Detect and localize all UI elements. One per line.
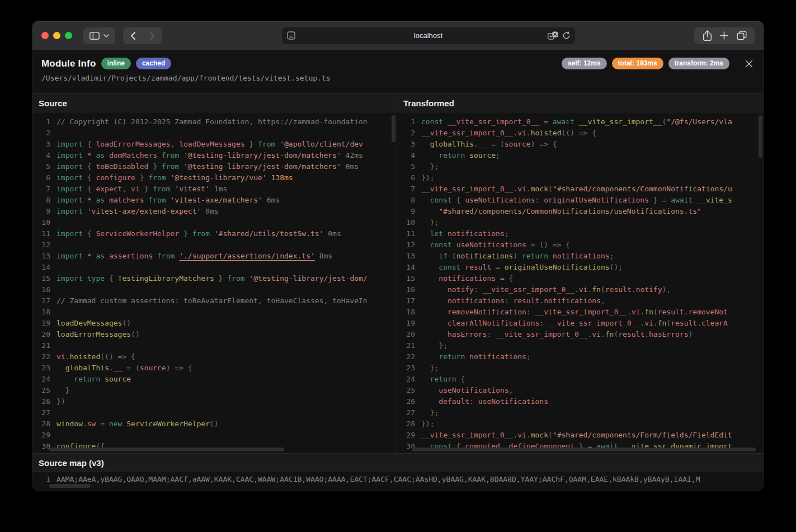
code-token (421, 251, 439, 262)
code-token: __vite_ssr_import_0__ (496, 329, 587, 340)
code-token: . (684, 307, 689, 318)
line-number: 7 (402, 183, 415, 195)
code-token (693, 195, 697, 206)
sidebar-toggle-button[interactable] (83, 27, 115, 44)
code-token (421, 228, 430, 239)
code-token: return (74, 374, 100, 385)
code-token: : (469, 396, 478, 407)
address-bar[interactable]: localhost (282, 27, 575, 44)
code-token: . (526, 430, 531, 441)
line-number: 25 (37, 385, 50, 396)
close-panel-button[interactable] (743, 58, 755, 69)
line-number: 21 (402, 340, 415, 351)
code-line: 18 removeNotification: __vite_ssr_import… (402, 307, 764, 318)
code-line: 27 (37, 407, 397, 418)
code-token: window (56, 418, 83, 430)
line-number: 10 (402, 217, 415, 228)
new-tab-button[interactable] (720, 31, 728, 40)
code-token (179, 150, 183, 161)
code-line: 9import 'vitest-axe/extend-expect' 0ms (37, 206, 397, 217)
code-token: . (653, 318, 658, 329)
forward-button[interactable] (143, 27, 162, 44)
code-token: . (601, 329, 605, 340)
code-token: ServiceWorkerHelper (126, 418, 210, 430)
code-token: * (87, 150, 92, 161)
code-token: source (105, 374, 131, 385)
code-token: from (157, 251, 175, 262)
code-line: 15import type { TestingLibraryMatchers }… (37, 273, 397, 284)
code-token: . (539, 295, 544, 307)
page-title: Module Info (41, 58, 96, 69)
source-vertical-scrollbar[interactable] (392, 115, 395, 142)
code-token: . (574, 284, 579, 295)
code-token: useNotifications (456, 239, 526, 251)
transformed-horizontal-scrollbar[interactable] (412, 448, 756, 451)
line-number: 14 (402, 262, 415, 273)
code-line: 2 (37, 128, 397, 139)
code-token: { (105, 273, 117, 284)
code-token: { (83, 172, 96, 183)
code-line: 23 globalThis.__ = (source) => { (37, 362, 397, 374)
url-text: localhost (414, 31, 442, 40)
reload-icon[interactable] (562, 31, 571, 40)
share-button[interactable] (703, 30, 712, 41)
code-token (421, 206, 439, 217)
code-token: source (469, 150, 496, 161)
code-token: assertions (109, 251, 153, 262)
code-token (83, 273, 87, 284)
code-token: ) (689, 329, 693, 340)
code-token: = () => { (526, 239, 570, 251)
code-token: clearAllNotifications (448, 318, 539, 329)
code-token: } (179, 228, 192, 239)
code-token (166, 195, 171, 206)
code-token: ) => { (531, 139, 557, 150)
code-token (465, 150, 469, 161)
zoom-window-button[interactable] (65, 32, 72, 39)
line-number: 18 (37, 307, 50, 318)
code-token: fn (605, 329, 614, 340)
page-settings-icon[interactable] (287, 31, 295, 40)
code-token: "/@fs/Users/vla (666, 116, 732, 128)
line-number: 25 (402, 385, 415, 396)
code-token: . (640, 307, 644, 318)
line-number: 10 (37, 217, 50, 228)
tab-overview-button[interactable] (737, 31, 747, 40)
line-number: 13 (37, 251, 50, 262)
translate-icon[interactable] (548, 31, 558, 40)
source-horizontal-scrollbar[interactable] (49, 448, 284, 451)
code-token: . (83, 418, 87, 430)
code-token: = (539, 116, 552, 128)
code-token (574, 116, 579, 128)
code-line: 9 "#shared/components/CommonNotification… (402, 206, 764, 217)
source-code[interactable]: 1// Copyright (C) 2012-2025 Zammad Found… (32, 112, 397, 452)
code-token: import (56, 228, 83, 239)
code-token: } (56, 385, 69, 396)
code-token: { (83, 228, 96, 239)
code-token: return (522, 251, 548, 262)
code-token: configure (96, 172, 135, 183)
close-window-button[interactable] (41, 32, 49, 39)
code-token (122, 418, 126, 430)
code-token (105, 251, 109, 262)
code-token: as (96, 150, 105, 161)
code-line: 19 clearAllNotifications: __vite_ssr_imp… (402, 318, 764, 329)
code-token: as (96, 195, 105, 206)
line-number: 24 (402, 374, 415, 385)
code-token: (); (610, 262, 623, 273)
code-token (421, 273, 439, 284)
back-button[interactable] (124, 27, 143, 44)
sourcemap-horizontal-scrollbar[interactable] (49, 484, 91, 488)
code-token: let (430, 228, 443, 239)
transformed-code[interactable]: 1const __vite_ssr_import_0__ = await __v… (397, 112, 764, 452)
toolbar-right-buttons (694, 27, 755, 44)
code-token: , (509, 385, 514, 396)
code-token: result (618, 329, 644, 340)
code-token: notifications (448, 295, 505, 307)
code-token: __vite_ssr_import_0__ (483, 284, 574, 295)
code-token: __vite_ssr_import_0__ (421, 128, 513, 139)
code-line: 11 let notifications; (402, 228, 764, 239)
code-token: . (587, 284, 592, 295)
transformed-vertical-scrollbar[interactable] (759, 115, 762, 158)
minimize-window-button[interactable] (53, 32, 60, 39)
code-line: 10 (37, 217, 397, 228)
